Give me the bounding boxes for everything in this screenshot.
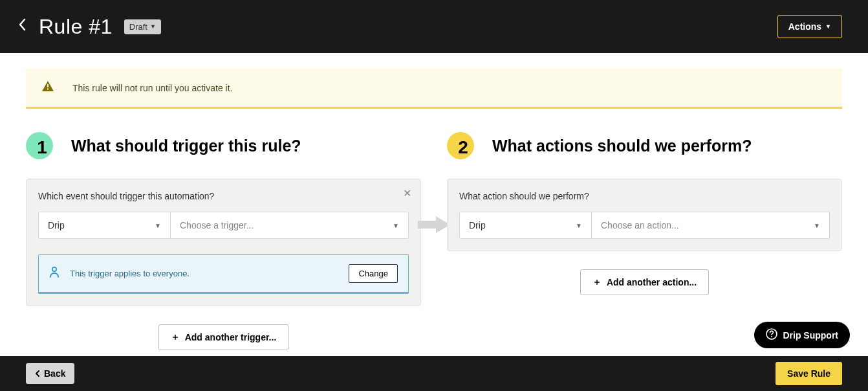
- svg-point-4: [771, 336, 772, 337]
- action-panel-label: What action should we perform?: [459, 191, 830, 201]
- add-action-label: Add another action...: [607, 277, 697, 287]
- chevron-left-icon: [35, 368, 40, 379]
- support-label: Drip Support: [783, 330, 838, 341]
- add-action-button[interactable]: ＋ Add another action...: [580, 269, 709, 295]
- trigger-event-placeholder: Choose a trigger...: [180, 220, 254, 230]
- caret-down-icon: ▼: [825, 23, 831, 30]
- action-type-select[interactable]: Choose an action... ▼: [592, 212, 830, 239]
- warning-icon: [41, 80, 54, 95]
- columns: 1 What should trigger this rule? ✕ Which…: [26, 132, 842, 350]
- caret-down-icon: ▼: [155, 222, 161, 229]
- trigger-provider-select[interactable]: Drip ▼: [38, 212, 171, 239]
- action-type-placeholder: Choose an action...: [601, 220, 679, 230]
- step-badge-2: 2: [447, 132, 474, 159]
- actions-button-label: Actions: [788, 21, 821, 32]
- status-badge-label: Draft: [129, 22, 147, 32]
- help-icon: [766, 328, 777, 342]
- trigger-panel-label: Which event should trigger this automati…: [38, 191, 409, 201]
- caret-down-icon: ▼: [814, 222, 820, 229]
- add-trigger-label: Add another trigger...: [185, 332, 277, 342]
- action-provider-value: Drip: [469, 220, 486, 230]
- trigger-event-select[interactable]: Choose a trigger... ▼: [171, 212, 409, 239]
- add-action-row: ＋ Add another action...: [447, 269, 842, 295]
- trigger-panel: ✕ Which event should trigger this automa…: [26, 179, 421, 306]
- person-icon: [49, 266, 60, 281]
- add-trigger-button[interactable]: ＋ Add another trigger...: [158, 324, 289, 350]
- svg-rect-1: [47, 89, 49, 90]
- close-icon[interactable]: ✕: [403, 187, 411, 199]
- footer-back-button[interactable]: Back: [26, 363, 74, 384]
- action-provider-select[interactable]: Drip ▼: [459, 212, 592, 239]
- trigger-column: 1 What should trigger this rule? ✕ Which…: [26, 132, 421, 350]
- trigger-header: 1 What should trigger this rule?: [26, 132, 421, 159]
- action-panel: What action should we perform? Drip ▼ Ch…: [447, 179, 842, 251]
- action-title: What actions should we perform?: [492, 137, 752, 155]
- bottom-bar: Back Save Rule: [0, 356, 868, 391]
- change-button[interactable]: Change: [349, 264, 398, 283]
- save-rule-button[interactable]: Save Rule: [776, 362, 842, 385]
- action-column: 2 What actions should we perform? What a…: [447, 132, 842, 350]
- svg-point-2: [52, 267, 56, 271]
- trigger-provider-value: Drip: [48, 220, 65, 230]
- add-trigger-row: ＋ Add another trigger...: [26, 324, 421, 350]
- back-chevron-icon[interactable]: [18, 18, 27, 35]
- applies-text: This trigger applies to everyone.: [70, 269, 338, 278]
- svg-rect-0: [47, 84, 49, 87]
- step-badge-1: 1: [26, 132, 53, 159]
- top-left-group: Rule #1 Draft ▼: [18, 15, 161, 39]
- caret-down-icon: ▼: [393, 222, 399, 229]
- trigger-title: What should trigger this rule?: [71, 137, 301, 155]
- page-title: Rule #1: [39, 15, 113, 39]
- plus-icon: ＋: [592, 276, 602, 288]
- content-area: This rule will not run until you activat…: [0, 53, 868, 350]
- caret-down-icon: ▼: [576, 222, 582, 229]
- status-badge[interactable]: Draft ▼: [124, 19, 161, 34]
- alert-text: This rule will not run until you activat…: [72, 83, 232, 93]
- top-bar: Rule #1 Draft ▼ Actions ▼: [0, 0, 868, 53]
- footer-back-label: Back: [44, 368, 65, 379]
- trigger-select-row: Drip ▼ Choose a trigger... ▼: [38, 212, 409, 239]
- alert-banner: This rule will not run until you activat…: [26, 69, 842, 109]
- action-header: 2 What actions should we perform?: [447, 132, 842, 159]
- plus-icon: ＋: [171, 331, 180, 343]
- support-button[interactable]: Drip Support: [754, 322, 850, 348]
- actions-button[interactable]: Actions ▼: [777, 15, 842, 38]
- arrow-right-icon: [418, 215, 450, 237]
- action-select-row: Drip ▼ Choose an action... ▼: [459, 212, 830, 239]
- applies-to-box: This trigger applies to everyone. Change: [38, 254, 409, 294]
- caret-down-icon: ▼: [150, 23, 156, 30]
